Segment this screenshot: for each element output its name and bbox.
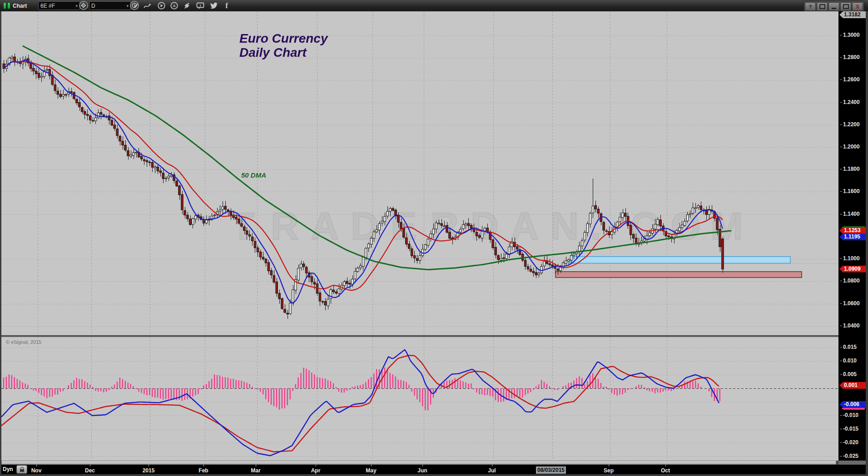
month-label: Sep <box>604 467 614 474</box>
price-axis[interactable]: 1.30001.28001.26001.24001.22001.20001.18… <box>838 11 866 461</box>
month-label: Nov <box>31 467 42 474</box>
price-tick-label: 1.1800 <box>843 166 860 172</box>
chevron-down-icon: ▾ <box>75 4 78 8</box>
data-source-button[interactable] <box>79 1 88 10</box>
month-tick <box>665 465 666 466</box>
draw-tool-button[interactable] <box>131 1 141 10</box>
copyright-label: © eSignal, 2015 <box>6 339 41 345</box>
popout-button[interactable] <box>817 2 828 11</box>
replay-button[interactable] <box>156 1 166 10</box>
gear-icon <box>81 3 86 8</box>
price-badge: -0.006 <box>839 401 866 408</box>
symbol-value: 6E #F <box>40 3 55 9</box>
price-tick-label: 1.1000 <box>843 255 860 262</box>
month-tick <box>609 465 609 466</box>
month-label: Oct <box>661 467 670 474</box>
link-window-button[interactable] <box>182 1 192 10</box>
facebook-icon: f <box>225 1 228 10</box>
close-button[interactable]: X <box>852 2 863 11</box>
price-tick-label: 1.1600 <box>843 188 860 194</box>
price-badge: 1.0909 <box>839 266 866 273</box>
trendline-icon <box>144 2 152 10</box>
annotation-button[interactable]: A <box>169 1 179 10</box>
indicator-tick-label: -0.025 <box>843 453 858 459</box>
price-badge: 1.3182 <box>839 11 866 18</box>
month-label: 2015 <box>143 467 155 474</box>
interval-combo[interactable]: D ▾ <box>89 1 131 10</box>
price-tick-label: 1.2800 <box>843 54 860 60</box>
indicator-panel[interactable] <box>1 337 838 461</box>
month-label: Jun <box>417 467 427 474</box>
price-tick-label: 1.0400 <box>843 322 860 329</box>
title-bar[interactable]: Chart 6E #F ▾ D ▾ <box>0 0 868 12</box>
scrollbar-thumb[interactable] <box>1 461 836 465</box>
chart-title: Euro Currency Daily Chart <box>239 31 328 60</box>
app-icon <box>3 0 10 11</box>
month-tick <box>371 465 372 466</box>
month-label: Feb <box>198 467 208 474</box>
chart-window: Chart 6E #F ▾ D ▾ <box>0 0 868 476</box>
indicator-tick-label: 0.005 <box>843 371 857 377</box>
news-button[interactable]: I <box>195 1 205 10</box>
month-label: Apr <box>311 467 321 474</box>
speech-bubble-icon: I <box>196 2 205 10</box>
price-tick-label: 1.2200 <box>843 121 860 128</box>
svg-text:A: A <box>173 4 176 8</box>
date-marker: 08/03/2015 <box>536 466 566 474</box>
price-tick-label: 1.1400 <box>843 211 860 217</box>
interval-value: D <box>91 3 95 9</box>
share-twitter-button[interactable] <box>209 1 219 10</box>
svg-text:I: I <box>199 3 200 7</box>
indicator-tick-label: -0.015 <box>843 426 858 432</box>
price-tick-label: 1.2000 <box>843 144 860 150</box>
month-tick <box>36 465 37 466</box>
line-study-button[interactable] <box>143 1 153 10</box>
month-tick <box>492 465 492 466</box>
month-tick <box>90 465 90 466</box>
pencil-icon <box>132 2 139 10</box>
lock-icon <box>20 469 24 472</box>
month-label: May <box>366 467 376 474</box>
share-facebook-button[interactable]: f <box>222 1 232 10</box>
panel-divider[interactable] <box>1 335 866 337</box>
chart-area: Euro Currency Daily Chart 50 DMA © eSign… <box>1 11 838 465</box>
price-badge: 1.1253 <box>839 227 866 234</box>
price-tick-label: 1.2600 <box>843 76 860 83</box>
indicator-tick-label: 0.015 <box>843 344 857 350</box>
maximize-icon <box>843 4 849 9</box>
month-tick <box>149 465 149 466</box>
price-badge: 1.1195 <box>839 233 866 240</box>
window-border-bottom <box>0 474 868 476</box>
scrollbar-corner <box>838 461 866 465</box>
price-panel[interactable] <box>1 11 838 335</box>
window-title: Chart <box>13 0 27 11</box>
price-tick-label: 1.2400 <box>843 99 860 105</box>
month-tick <box>422 465 423 466</box>
axis-lock-button[interactable] <box>16 465 27 474</box>
minimize-icon <box>832 8 836 9</box>
letter-a-icon: A <box>170 2 178 10</box>
month-tick <box>316 465 316 466</box>
symbol-combo[interactable]: 6E #F ▾ <box>38 1 80 10</box>
price-tick-label: 1.3000 <box>843 32 860 38</box>
indicator-tick-label: -0.010 <box>843 412 858 418</box>
dyn-label: Dyn <box>3 466 13 472</box>
month-tick <box>203 465 204 466</box>
maximize-button[interactable] <box>840 2 851 11</box>
window-border-right <box>866 11 868 474</box>
minimize-button[interactable] <box>828 2 839 11</box>
time-axis[interactable]: Dyn NovDec2015FebMarAprMayJunJulSepOct08… <box>0 465 866 474</box>
twitter-icon <box>210 2 218 9</box>
price-tick-label: 1.0800 <box>843 278 860 284</box>
indicator-tick-label: -0.020 <box>843 439 858 446</box>
price-tick-label: 1.0600 <box>843 300 860 307</box>
window-controls: ? X <box>804 1 864 12</box>
horizontal-scrollbar[interactable] <box>1 461 838 465</box>
month-label: Jul <box>488 467 496 474</box>
month-label: Dec <box>85 467 95 474</box>
month-label: Mar <box>251 467 260 474</box>
popout-icon <box>819 4 825 9</box>
help-button[interactable]: ? <box>805 2 816 11</box>
play-icon <box>158 2 165 10</box>
indicator-tick-label: 0.010 <box>843 357 857 364</box>
